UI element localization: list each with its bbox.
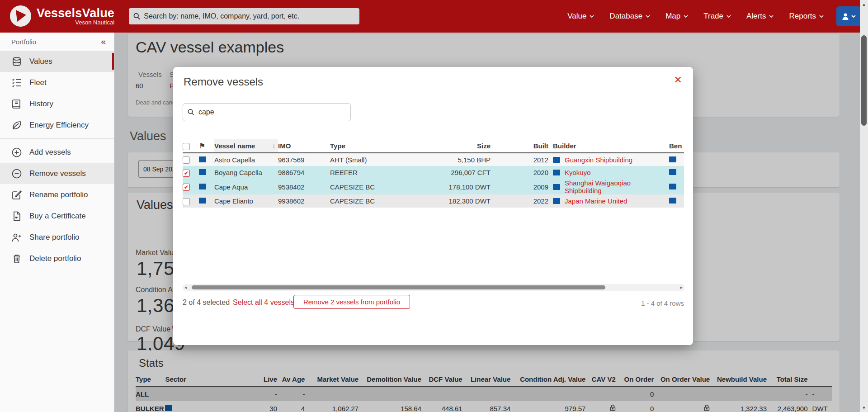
scroll-right-icon[interactable]: ▸ [680,284,683,290]
builder-link[interactable]: Guangxin Shipbuilding [565,156,632,164]
sidebar-item-delete-portfolio[interactable]: Delete portfolio [0,248,114,269]
certificate-icon [11,211,22,222]
nav-map[interactable]: Map [665,12,688,21]
builder-link[interactable]: Japan Marine United [565,197,627,205]
share-user-icon [11,232,22,243]
col-vessel-name[interactable]: Vessel name↓ [214,139,278,153]
vessel-name-link[interactable]: Cape Elianto [214,194,278,208]
search-icon [188,109,194,116]
builder-flag-icon [553,170,560,175]
horizontal-scrollbar[interactable]: ◂ ▸ [183,284,684,291]
vessel-row[interactable]: ✔ Cape Elianto 9938602 CAPESIZE BC 182,3… [183,194,684,208]
trash-icon [11,253,22,264]
vessel-row[interactable]: ✔ Cape Aqua 9538402 CAPESIZE BC 178,100 … [183,179,684,194]
country-flag-icon [199,198,206,204]
sidebar-section-title: Portfolio [11,38,101,46]
col-size[interactable]: Size [389,139,491,153]
col-type[interactable]: Type [330,139,389,153]
chevron-down-icon [590,15,594,18]
chevron-down-icon [646,15,650,18]
sidebar-item-label: History [29,99,53,109]
sidebar-item-label: Energy Efficiency [29,121,89,130]
nav-database[interactable]: Database [609,12,650,21]
sidebar-item-values[interactable]: Values [0,51,114,72]
row-checkbox[interactable]: ✔ [183,184,190,191]
builder-link[interactable]: Shanghai Waigaoqiao Shipbuilding [565,179,669,194]
nav-alerts[interactable]: Alerts [746,12,774,21]
row-checkbox[interactable]: ✔ [183,170,190,177]
close-icon[interactable]: ✕ [674,74,682,86]
select-all-link[interactable]: Select all 4 vessels [233,298,294,307]
col-built[interactable]: Built [491,139,548,153]
nav-reports[interactable]: Reports [789,12,824,21]
builder-link[interactable]: Kyokuyo [565,169,591,176]
row-checkbox[interactable]: ✔ [183,156,190,164]
sidebar-item-label: Add vessels [29,148,71,157]
vesselsvalue-logo-icon [10,5,31,27]
chevron-down-icon [769,15,774,18]
sidebar-item-share-portfolio[interactable]: Share portfolio [0,227,114,248]
vertical-scroll-thumb[interactable] [861,35,867,126]
sidebar-item-rename-portfolio[interactable]: Rename portfolio [0,184,114,205]
vessel-search [183,103,351,121]
scroll-down-icon[interactable]: ▾ [860,405,868,411]
scroll-left-icon[interactable]: ◂ [184,284,187,290]
nav-trade[interactable]: Trade [703,12,731,21]
vessel-row[interactable]: ✔ Boyang Capella 9886794 REEFER 296,007 … [183,166,684,179]
flag-column-icon: ⚑ [199,142,205,150]
top-navbar: VesselsValue Veson Nautical Value Databa… [0,0,868,33]
sidebar-item-fleet[interactable]: Fleet [0,72,114,93]
sidebar-item-label: Rename portfolio [29,190,88,199]
beneficial-owner-flag-icon [669,198,676,204]
checklist-icon [11,77,22,88]
sidebar-item-add-vessels[interactable]: Add vessels [0,142,114,163]
col-imo[interactable]: IMO [278,139,330,153]
book-icon [11,99,22,109]
vessel-search-input[interactable] [198,108,346,116]
collapse-sidebar-icon[interactable]: « [101,37,106,47]
brand-tagline: Veson Nautical [37,19,114,26]
country-flag-icon [199,156,206,162]
global-search-input[interactable] [144,12,355,20]
global-search [129,8,359,24]
vessels-table: ⚑ Vessel name↓ IMO Type Size Built Build… [183,139,684,208]
minus-circle-icon [11,168,22,179]
scroll-up-icon[interactable]: ▴ [860,1,868,7]
leaf-icon [11,120,22,131]
horizontal-scroll-thumb[interactable] [192,285,605,289]
sidebar-item-buy-certificate[interactable]: Buy a Certificate [0,205,114,227]
sidebar-item-history[interactable]: History [0,93,114,114]
country-flag-icon [199,184,206,189]
search-icon [133,13,140,20]
beneficial-owner-flag-icon [669,169,676,175]
row-checkbox[interactable]: ✔ [183,198,190,205]
vessel-row[interactable]: ✔ Astro Capella 9637569 AHT (Small) 5,15… [183,153,684,166]
user-account-button[interactable] [836,6,861,26]
sidebar-divider [0,138,114,139]
vessel-name-link[interactable]: Astro Capella [214,153,278,166]
rows-info: 1 - 4 of 4 rows [641,299,684,307]
sidebar-item-label: Delete portfolio [29,254,81,263]
brand-logo[interactable]: VesselsValue Veson Nautical [10,5,114,27]
primary-nav: Value Database Map Trade Alerts Reports [567,0,824,33]
nav-value[interactable]: Value [567,12,594,21]
chevron-down-icon [726,15,731,18]
plus-circle-icon [11,147,22,158]
portfolio-sidebar: Portfolio « Values Fleet History Energy … [0,33,114,412]
sidebar-item-label: Fleet [29,78,47,87]
remove-vessels-button[interactable]: Remove 2 vessels from portfolio [293,295,410,309]
col-builder[interactable]: Builder [548,139,669,153]
selection-count: 2 of 4 selected [183,298,230,307]
sidebar-item-label: Share portfolio [29,233,80,242]
builder-flag-icon [553,157,560,163]
sidebar-item-energy-efficiency[interactable]: Energy Efficiency [0,114,114,136]
vessels-header-row: ⚑ Vessel name↓ IMO Type Size Built Build… [183,139,684,153]
vessel-name-link[interactable]: Boyang Capella [214,166,278,179]
select-all-checkbox[interactable] [183,143,190,150]
chevron-down-icon [684,15,688,18]
sidebar-item-label: Remove vessels [29,169,86,178]
vessel-name-link[interactable]: Cape Aqua [214,179,278,194]
vertical-scrollbar[interactable]: ▴ ▾ [860,0,868,412]
col-ben[interactable]: Ben [669,139,684,153]
sidebar-item-remove-vessels[interactable]: Remove vessels [0,163,114,184]
